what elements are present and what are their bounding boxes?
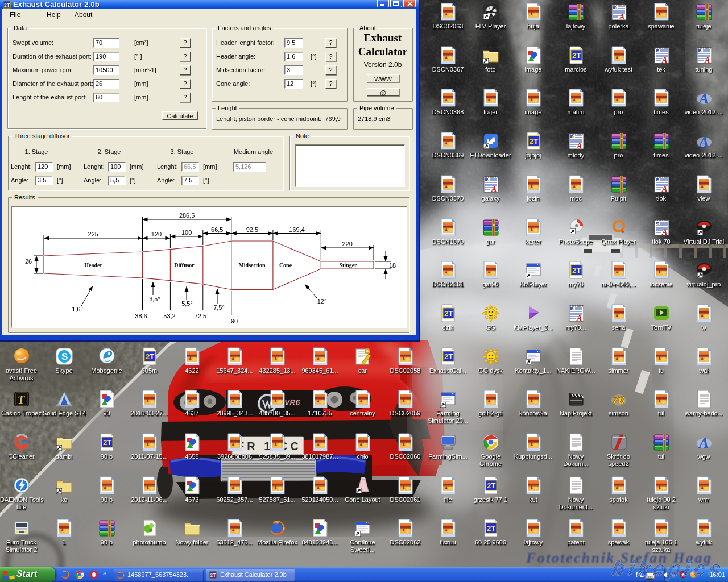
svg-text:169,4: 169,4 — [289, 226, 305, 233]
svg-text:12°: 12° — [317, 298, 327, 305]
svg-text:3,5°: 3,5° — [149, 296, 160, 302]
svg-text:220: 220 — [342, 240, 352, 247]
svg-text:72,5: 72,5 — [195, 313, 206, 319]
svg-text:Cone: Cone — [279, 262, 292, 268]
svg-text:Midsection: Midsection — [238, 262, 266, 268]
svg-text:90: 90 — [231, 318, 238, 325]
svg-text:26: 26 — [25, 258, 32, 265]
svg-text:Stinger: Stinger — [339, 262, 357, 268]
svg-text:7,5°: 7,5° — [213, 304, 225, 311]
svg-text:92,5: 92,5 — [246, 226, 258, 233]
svg-text:66,5: 66,5 — [211, 226, 223, 233]
svg-text:1,6°: 1,6° — [72, 306, 83, 313]
svg-text:5,5°: 5,5° — [181, 300, 193, 307]
svg-text:18: 18 — [389, 262, 396, 269]
svg-text:100: 100 — [181, 229, 192, 236]
svg-text:120: 120 — [151, 231, 162, 238]
svg-text:38,6: 38,6 — [135, 313, 147, 319]
svg-text:225: 225 — [88, 231, 98, 238]
svg-text:286,5: 286,5 — [179, 212, 195, 219]
svg-text:53,2: 53,2 — [163, 313, 175, 319]
svg-text:Diffusor: Diffusor — [174, 262, 195, 268]
svg-text:Header: Header — [84, 262, 102, 268]
